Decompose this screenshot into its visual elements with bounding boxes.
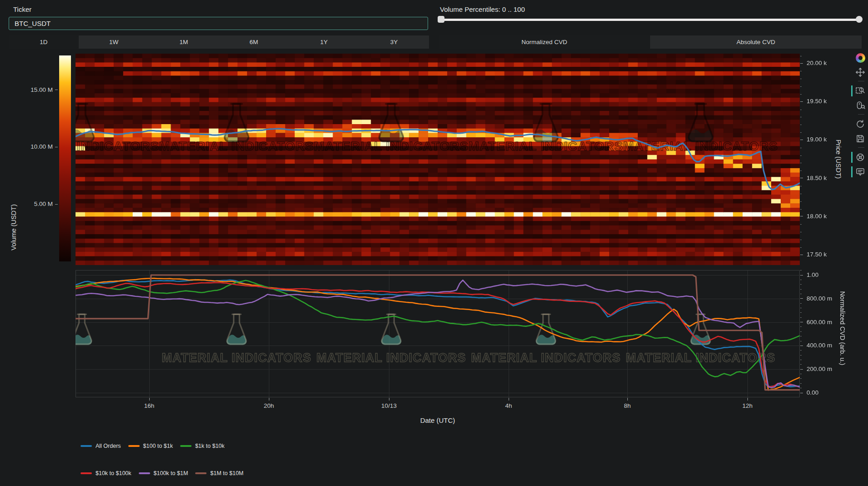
range-button-group: 1D1W1M6M1Y3Y (9, 35, 429, 49)
cvd-lines-canvas[interactable] (76, 270, 800, 397)
volume-tick-label: 10.00 M (17, 143, 53, 151)
price-minor-tick (800, 224, 802, 225)
x-tick-label: 8h (614, 402, 641, 410)
x-tick-label: 12h (734, 402, 761, 410)
price-tick-label: 20.00 k (807, 59, 827, 67)
legend-label: $1k to $10k (195, 443, 225, 449)
legend-swatch (139, 472, 150, 474)
cvd-minor-tick (800, 374, 802, 374)
cvd-minor-tick (800, 303, 802, 304)
legend-swatch (180, 445, 192, 447)
hover-tool-button[interactable] (854, 166, 866, 178)
box-zoom-icon (855, 86, 865, 96)
box-zoom-tool-button[interactable] (854, 85, 866, 97)
price-minor-tick (800, 163, 802, 163)
tab-normalized-cvd[interactable]: Normalized CVD (439, 35, 650, 49)
legend-item: $1k to $10k (180, 443, 225, 449)
slider-handle-max[interactable] (856, 16, 863, 23)
price-tick (800, 255, 803, 255)
x-tick (269, 398, 269, 401)
cvd-minor-tick (800, 280, 802, 280)
volume-tick (55, 147, 58, 147)
cvd-tick-label: 800.00 m (807, 295, 832, 303)
range-button-1m[interactable]: 1M (149, 35, 219, 49)
price-minor-tick (800, 86, 802, 87)
price-minor-tick (800, 155, 802, 156)
price-minor-tick (800, 125, 802, 125)
legend-label: $10k to $100k (96, 470, 131, 476)
x-tick (747, 398, 748, 401)
x-tick-label: 20h (255, 402, 283, 410)
price-minor-tick (800, 94, 802, 95)
toolbar (854, 52, 868, 180)
cvd-minor-tick (800, 308, 802, 308)
legend-row: All Orders$100 to $1k$1k to $10k (81, 441, 251, 451)
cvd-minor-tick (800, 350, 802, 351)
slider-handle-min[interactable] (438, 16, 444, 23)
range-button-3y[interactable]: 3Y (359, 35, 429, 49)
cvd-tick-label: 200.00 m (807, 365, 832, 373)
volume-colorbar (59, 55, 71, 261)
price-minor-tick (800, 201, 802, 202)
legend-item: $10k to $100k (81, 470, 131, 476)
volume-percentiles-label: Volume Percentiles: 0 .. 100 (440, 5, 525, 13)
price-minor-tick (800, 170, 802, 171)
price-minor-tick (800, 71, 802, 71)
x-tick (389, 398, 389, 401)
pan-tool-button[interactable] (854, 66, 866, 78)
volume-tick (55, 90, 58, 90)
cvd-minor-tick (800, 326, 802, 327)
cvd-minor-tick (800, 383, 802, 384)
bokeh-logo-icon[interactable] (854, 52, 866, 64)
volume-tick-label: 15.00 M (17, 86, 53, 94)
cvd-minor-tick (800, 388, 802, 388)
price-tick (800, 63, 803, 64)
legend-label: $1M to $10M (210, 470, 243, 476)
ticker-input[interactable] (9, 17, 428, 30)
price-tick-label: 18.00 k (807, 212, 827, 220)
legend: All Orders$100 to $1k$1k to $10k$10k to … (81, 441, 251, 486)
reset-tool-button[interactable] (854, 118, 866, 130)
x-tick (509, 398, 509, 401)
price-tick-label: 19.00 k (807, 135, 827, 144)
legend-item: $100 to $1k (128, 443, 173, 449)
price-minor-tick (800, 247, 802, 248)
price-line-canvas (76, 54, 800, 265)
range-button-6m[interactable]: 6M (219, 35, 289, 49)
wheel-zoom-tool-button[interactable] (854, 100, 866, 111)
cvd-tick-label: 0.00 (807, 389, 818, 397)
cvd-axis-title: Normalized CVD (arb. u.) (839, 291, 846, 366)
firecharts-dashboard: Ticker 1D1W1M6M1Y3Y Volume Percentiles: … (0, 0, 868, 486)
cvd-tick-label: 400.00 m (807, 341, 832, 350)
price-minor-tick (800, 209, 802, 210)
price-minor-tick (800, 186, 802, 186)
cvd-tick (800, 346, 803, 346)
crosshair-tool-button[interactable] (854, 151, 866, 163)
legend-swatch (81, 472, 92, 474)
cvd-minor-tick (800, 341, 802, 341)
price-tick-label: 17.50 k (807, 251, 827, 259)
range-button-1y[interactable]: 1Y (289, 35, 359, 49)
cvd-tick (800, 322, 803, 322)
cvd-tab-group: Normalized CVDAbsolute CVD (439, 35, 862, 49)
range-button-1d[interactable]: 1D (9, 35, 79, 49)
price-tick (800, 216, 803, 216)
price-minor-tick (800, 148, 802, 148)
cvd-minor-tick (800, 355, 802, 356)
percentile-range-slider[interactable] (439, 15, 862, 24)
tab-absolute-cvd[interactable]: Absolute CVD (650, 35, 862, 49)
x-tick (627, 398, 628, 401)
slider-track[interactable] (439, 19, 862, 21)
crosshair-wheel-icon (855, 152, 865, 162)
save-tool-button[interactable] (854, 133, 866, 145)
price-minor-tick (800, 132, 802, 133)
cvd-tick-label: 600.00 m (807, 318, 832, 326)
price-tick (800, 101, 803, 102)
range-button-1w[interactable]: 1W (79, 35, 149, 49)
cvd-minor-tick (800, 364, 802, 365)
legend-row: $10k to $100k$100k to $1M$1M to $10M (81, 468, 251, 478)
legend-item: All Orders (81, 443, 121, 449)
legend-item: $1M to $10M (195, 470, 243, 476)
wheel-zoom-icon (855, 100, 865, 110)
reset-icon (855, 119, 865, 129)
